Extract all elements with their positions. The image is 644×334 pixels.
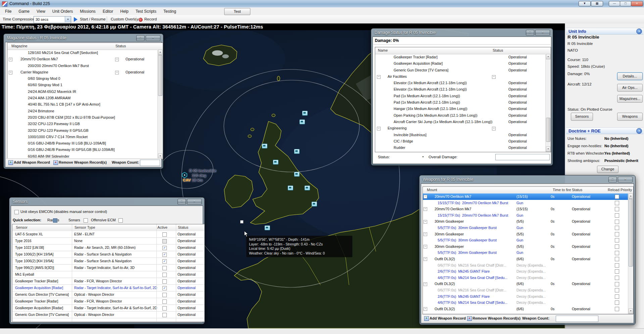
details-button[interactable]: Details...: [617, 72, 643, 80]
scroll-up-icon[interactable]: ▲: [546, 54, 550, 59]
remove-weapon-record-button[interactable]: Remove Weapon Record(s): [473, 316, 521, 320]
reload-priority-checkbox[interactable]: [615, 213, 619, 218]
contact-icon[interactable]: [273, 160, 279, 165]
magazine-row[interactable]: 60/60 Stingray Mod 1: [7, 82, 158, 88]
contact-icon[interactable]: [302, 111, 308, 116]
record-icon[interactable]: [139, 18, 143, 22]
magazine-row[interactable]: 200/200 20mm/70 Oerlikon Mk7 Burst: [7, 63, 158, 69]
menu-help[interactable]: Help: [119, 8, 129, 14]
quick-option-checkbox[interactable]: [53, 218, 57, 223]
weapon-mount-row[interactable]: −30mm Goalkeeper(5/5)0sOperational: [423, 231, 628, 237]
contact-icon[interactable]: [299, 119, 305, 124]
reload-priority-checkbox[interactable]: [615, 307, 619, 311]
remove-record-icon[interactable]: ×: [467, 316, 472, 321]
menu-test-scripts[interactable]: Test Scripts: [135, 8, 157, 14]
weapon-count-input[interactable]: [556, 316, 598, 322]
weapon-sub-row[interactable]: 4/6(TTF:0s) Mk214 Sea Gnat Chaff [Sedu..…: [423, 299, 628, 306]
reload-priority-checkbox[interactable]: [615, 282, 619, 286]
restore-icon[interactable]: □: [178, 199, 186, 205]
damage-row[interactable]: Pad (1x Medium Aircraft (12.1-18m Long))…: [375, 93, 546, 99]
emcon-checkbox[interactable]: [14, 210, 19, 214]
scroll-up-icon[interactable]: ▲: [629, 193, 633, 199]
sensor-active-checkbox[interactable]: [162, 273, 167, 277]
reload-priority-checkbox[interactable]: [615, 263, 619, 268]
menu-testing[interactable]: Testing: [163, 8, 177, 14]
restore-icon[interactable]: □: [526, 30, 534, 36]
sensor-active-checkbox[interactable]: [162, 313, 167, 317]
restore-icon[interactable]: □: [608, 177, 617, 182]
weapon-sub-row[interactable]: 2/6(TTF:0s) Mk245 GIANT FlareDecoy (Expe…: [423, 293, 628, 300]
magazine-row[interactable]: 20/20 CBU-87/B CEM [202 x BLU-97/B Dual-…: [7, 114, 158, 121]
magazine-row[interactable]: 1000/1000 CRV-7 C14 70mm Rocket: [7, 134, 158, 140]
scrollbar[interactable]: ▲ ▼: [545, 54, 551, 152]
weapon-sub-row[interactable]: 5/5(TTF:0s) 30mm Goalkeeper BurstGun: [423, 237, 628, 243]
damage-row[interactable]: −Air Facilities−: [375, 73, 546, 80]
sensor-active-checkbox[interactable]: [162, 286, 167, 290]
scroll-down-icon[interactable]: ▼: [546, 147, 550, 152]
chevron-down-icon[interactable]: ▼: [65, 16, 71, 22]
scrollbar-thumb[interactable]: [158, 55, 162, 96]
damage-row[interactable]: Generic Gun Director [TV Camera]Operatio…: [375, 67, 546, 73]
expand-icon[interactable]: −: [492, 127, 496, 130]
weapon-sub-row[interactable]: 0/6(TTF:0s) Mk216 Sea Gnat Chaff [Distr.…: [423, 262, 628, 269]
reload-priority-checkbox[interactable]: [615, 269, 619, 274]
close-icon[interactable]: ×: [187, 199, 202, 205]
contact-icon[interactable]: [264, 225, 270, 230]
sensor-active-checkbox[interactable]: [162, 299, 167, 304]
weapon-sub-row[interactable]: 5/5(TTF:0s) 30mm Goalkeeper BurstGun: [423, 225, 628, 231]
close-icon[interactable]: ×: [535, 30, 550, 36]
reload-priority-checkbox[interactable]: [615, 300, 619, 305]
contact-icon[interactable]: [304, 185, 310, 190]
weapon-sub-row[interactable]: 4/6(TTF:0s) Mk214 Sea Gnat Chaff [Sedu..…: [423, 275, 628, 281]
expand-icon[interactable]: −: [115, 71, 119, 74]
magazine-row[interactable]: 32/32 CPU-123 Paveway II GPS/LGB: [7, 127, 158, 134]
magazine-row[interactable]: 24/24 AIM-120B AMRAAM: [7, 95, 158, 101]
menu-file[interactable]: File: [4, 8, 12, 14]
add-record-icon[interactable]: +: [8, 160, 13, 165]
reload-priority-checkbox[interactable]: [615, 201, 619, 205]
overall-damage-input[interactable]: [495, 154, 550, 160]
damage-row[interactable]: Invincible [Illustrious]Operational: [375, 132, 546, 138]
expand-icon[interactable]: −: [424, 307, 427, 311]
contact-icon[interactable]: [288, 185, 293, 190]
menu-view[interactable]: View: [36, 8, 46, 14]
sensor-active-checkbox[interactable]: [162, 239, 167, 243]
menu-unit-orders[interactable]: Unit Orders: [52, 8, 73, 14]
add-record-icon[interactable]: +: [424, 316, 429, 321]
weapon-count-input[interactable]: [140, 160, 160, 166]
scrollbar-thumb[interactable]: [629, 199, 633, 267]
contact-icon[interactable]: [262, 144, 267, 149]
damage-row[interactable]: Aircraft Carrier Ski Jump (1x Medium Air…: [375, 119, 546, 125]
expand-icon[interactable]: −: [492, 75, 496, 79]
magazine-row[interactable]: 0/16 GBU-24E/B Paveway III GPS/LGB [BLU-…: [7, 147, 158, 153]
magazine-row[interactable]: −20mm/70 Oerlikon Mk7−Operational: [7, 56, 158, 62]
play-icon[interactable]: [74, 17, 78, 22]
weapons-button[interactable]: Weapons: [617, 113, 643, 121]
sensor-active-checkbox[interactable]: [162, 246, 167, 250]
damage-row[interactable]: CIC / BridgeOperational: [375, 138, 546, 145]
magazine-row[interactable]: 0/16 GBU-24B/B Paveway III LGB [BLU-109A…: [7, 140, 158, 147]
sensor-active-checkbox[interactable]: [162, 266, 167, 270]
titlebar-aux-button-1[interactable]: ▼: [579, 1, 591, 6]
expand-icon[interactable]: −: [377, 75, 381, 79]
expand-icon[interactable]: −: [424, 220, 427, 224]
damage-row[interactable]: Pad (1x Medium Aircraft (12.1-18m Long))…: [375, 99, 546, 106]
reload-priority-checkbox[interactable]: [615, 288, 619, 292]
record-button[interactable]: Record: [144, 17, 157, 21]
remove-record-icon[interactable]: ×: [53, 160, 58, 165]
weapon-mount-row[interactable]: −30mm Goalkeeper(5/5)0sOperational: [423, 243, 628, 250]
time-compression-select[interactable]: 30 secs ▼: [34, 16, 71, 23]
damage-row[interactable]: Open Parking (16x Medium Aircraft (12.1-…: [375, 112, 546, 119]
damage-row[interactable]: Goalkeeper Acquisition [Radar]Operationa…: [375, 60, 546, 67]
contact-icon[interactable]: [311, 202, 317, 207]
status-combo[interactable]: ▼: [393, 154, 425, 160]
reload-priority-checkbox[interactable]: [615, 257, 619, 261]
contact-icon[interactable]: [294, 149, 300, 154]
sensor-active-checkbox[interactable]: [162, 279, 167, 284]
damage-row[interactable]: RudderOperational: [375, 145, 546, 151]
restore-icon[interactable]: □: [136, 35, 145, 41]
quick-option-checkbox[interactable]: [118, 218, 123, 223]
change-button[interactable]: Change: [597, 166, 618, 173]
add-weapon-record-button[interactable]: Add Weapon Record: [14, 160, 50, 164]
weapon-mount-row[interactable]: −Outfit DL3(2)(6/6)0sOperational: [423, 256, 628, 262]
